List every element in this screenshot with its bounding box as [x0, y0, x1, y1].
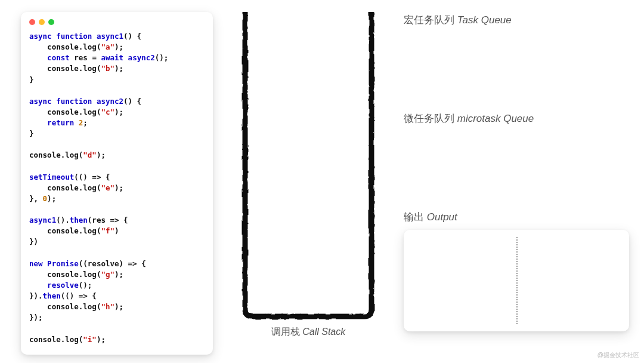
call-stack-label: 调用栈 Call Stack [271, 326, 345, 339]
code-card: async function async1() { console.log("a… [21, 12, 213, 355]
code-block: async function async1() { console.log("a… [29, 31, 205, 345]
output-label: 输出 Output [404, 210, 629, 224]
task-queue-label: 宏任务队列 Task Queue [404, 13, 629, 27]
traffic-green-icon [48, 19, 54, 25]
queues-column: 宏任务队列 Task Queue 微任务队列 microtask Queue 输… [404, 12, 629, 331]
watermark: @掘金技术社区 [597, 351, 639, 359]
output-divider [516, 237, 518, 324]
task-queue-box [404, 33, 629, 99]
microtask-queue-label: 微任务队列 microtask Queue [404, 112, 629, 125]
output-card [404, 230, 629, 331]
call-stack-box [237, 12, 380, 322]
window-traffic-lights [29, 19, 205, 25]
traffic-yellow-icon [39, 19, 45, 25]
traffic-red-icon [29, 19, 35, 25]
microtask-queue-box [404, 131, 629, 197]
call-stack-column: 调用栈 Call Stack [234, 12, 383, 339]
